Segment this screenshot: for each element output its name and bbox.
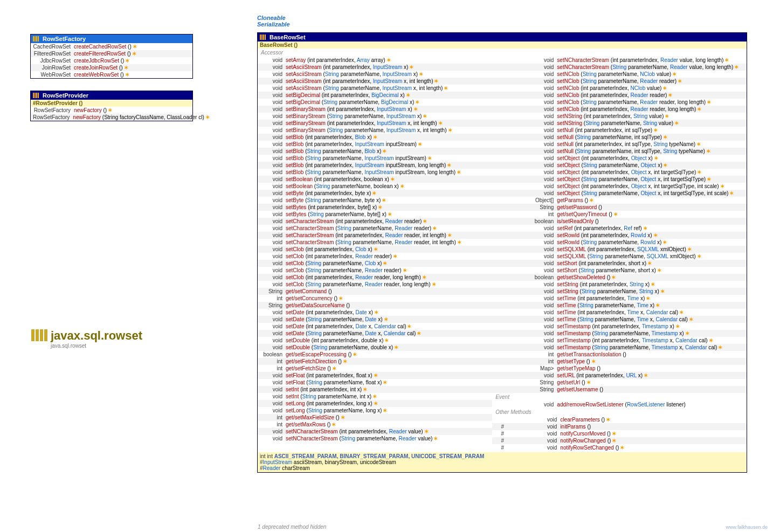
method-row[interactable]: voidsetInt (int parameterIndex, int x)✶ bbox=[258, 386, 492, 393]
method-row[interactable]: voidsetClob (String parameterName, Clob … bbox=[258, 260, 492, 267]
method-row[interactable]: voidsetByte (String parameterName, byte … bbox=[258, 197, 492, 204]
method-row[interactable]: voidsetByte (int parameterIndex, byte x)… bbox=[258, 190, 492, 197]
method-row[interactable]: voidsetObject (String parameterName, Obj… bbox=[492, 162, 747, 169]
method-row[interactable]: voidsetDate (String parameterName, Date … bbox=[258, 330, 492, 337]
method-row[interactable]: Stringget/setUsername () bbox=[492, 386, 747, 393]
method-row[interactable]: voidsetSQLXML (String parameterName, SQL… bbox=[492, 253, 747, 260]
method-row[interactable]: intget/setFetchDirection ()✶ bbox=[258, 358, 492, 365]
method-row[interactable]: voidsetClob (String parameterName, Reade… bbox=[258, 267, 492, 274]
method-row[interactable]: voidsetDate (String parameterName, Date … bbox=[258, 316, 492, 323]
method-row[interactable]: CachedRowSetcreateCachedRowSet ()✶ bbox=[31, 43, 192, 50]
method-row[interactable]: intget/setType ()✶ bbox=[492, 358, 747, 365]
method-row[interactable]: voidsetClob (int parameterIndex, Reader … bbox=[258, 253, 492, 260]
method-row[interactable]: voidsetFloat (String parameterName, floa… bbox=[258, 379, 492, 386]
method-row[interactable]: voidsetString (String parameterName, Str… bbox=[492, 288, 747, 295]
method-row[interactable]: voidsetClob (int parameterIndex, Clob x)… bbox=[258, 246, 492, 253]
method-row[interactable]: voidsetTimestamp (int parameterIndex, Ti… bbox=[492, 323, 747, 330]
method-row[interactable]: voidsetNClob (String parameterName, Read… bbox=[492, 78, 747, 85]
method-row[interactable]: voidsetBytes (int parameterIndex, byte[]… bbox=[258, 204, 492, 211]
method-row[interactable]: voidsetSQLXML (int parameterIndex, SQLXM… bbox=[492, 246, 747, 253]
method-row[interactable]: voidsetNClob (String parameterName, Read… bbox=[492, 99, 747, 106]
method-row[interactable]: voidsetObject (int parameterIndex, Objec… bbox=[492, 169, 747, 176]
method-row[interactable]: voidsetBinaryStream (String parameterNam… bbox=[258, 127, 492, 134]
method-row[interactable]: voidsetRowId (int parameterIndex, RowId … bbox=[492, 232, 747, 239]
method-row[interactable]: voidsetShort (String parameterName, shor… bbox=[492, 267, 747, 274]
method-row[interactable]: booleanget/setEscapeProcessing ()✶ bbox=[258, 351, 492, 358]
method-row[interactable]: voidsetTime (String parameterName, Time … bbox=[492, 302, 747, 309]
method-row[interactable]: Stringget/setUrl ()✶ bbox=[492, 379, 747, 386]
method-row[interactable]: voidsetBinaryStream (String parameterNam… bbox=[258, 113, 492, 120]
method-row[interactable]: voidsetNCharacterStream (int parameterIn… bbox=[258, 428, 492, 435]
method-row[interactable]: intget/setConcurrency ()✶ bbox=[258, 295, 492, 302]
method-row[interactable]: voidsetBlob (int parameterIndex, InputSt… bbox=[258, 141, 492, 148]
method-row[interactable]: voidsetArray (int parameterIndex, Array … bbox=[258, 57, 492, 64]
method-row[interactable]: voidsetTimestamp (String parameterName, … bbox=[492, 330, 747, 337]
method-row[interactable]: WebRowSetcreateWebRowSet ()✶ bbox=[31, 71, 192, 78]
method-row[interactable]: voidsetTimestamp (String parameterName, … bbox=[492, 344, 747, 351]
method-row[interactable]: voidsetCharacterStream (String parameter… bbox=[258, 225, 492, 232]
method-row[interactable]: voidsetBlob (String parameterName, Blob … bbox=[258, 148, 492, 155]
method-row[interactable]: Map>get/setTypeMap () bbox=[492, 365, 747, 372]
method-row[interactable]: booleanis/setReadOnly () bbox=[492, 218, 747, 225]
method-row[interactable]: voidsetRef (int parameterIndex, Ref ref)… bbox=[492, 225, 747, 232]
method-row[interactable]: voidadd/removeRowSetListener (RowSetList… bbox=[492, 401, 747, 408]
method-row[interactable]: voidsetClob (String parameterName, Reade… bbox=[258, 281, 492, 288]
method-row[interactable]: voidsetLong (int parameterIndex, long x)… bbox=[258, 400, 492, 407]
method-row[interactable]: intget/setMaxFieldSize ()✶ bbox=[258, 414, 492, 421]
method-row[interactable]: intget/setQueryTimeout ()✶ bbox=[492, 211, 747, 218]
method-row[interactable]: voidsetNClob (int parameterIndex, Reader… bbox=[492, 92, 747, 99]
method-row[interactable]: voidsetNCharacterStream (int parameterIn… bbox=[492, 57, 747, 64]
method-row[interactable]: voidsetNCharacterStream (String paramete… bbox=[258, 435, 492, 442]
method-row[interactable]: intget/setFetchSize ()✶ bbox=[258, 365, 492, 372]
method-row[interactable]: voidsetAsciiStream (String parameterName… bbox=[258, 71, 492, 78]
method-row[interactable]: #voidnotifyCursorMoved ()✶ bbox=[492, 430, 747, 437]
method-row[interactable]: voidsetBinaryStream (int parameterIndex,… bbox=[258, 106, 492, 113]
method-row[interactable]: voidsetInt (String parameterName, int x)… bbox=[258, 393, 492, 400]
method-row[interactable]: RowSetFactorynewFactory (String factoryC… bbox=[31, 114, 192, 121]
method-row[interactable]: Stringget/setCommand () bbox=[258, 288, 492, 295]
method-row[interactable]: voidsetNull (String parameterName, int s… bbox=[492, 148, 747, 155]
method-row[interactable]: voidsetBytes (String parameterName, byte… bbox=[258, 211, 492, 218]
method-row[interactable]: voidsetObject (int parameterIndex, Objec… bbox=[492, 183, 747, 190]
method-row[interactable]: voidsetTime (int parameterIndex, Time x)… bbox=[492, 295, 747, 302]
method-row[interactable]: RowSetFactorynewFactory ()✶ bbox=[31, 107, 192, 114]
method-row[interactable]: voidsetTimestamp (int parameterIndex, Ti… bbox=[492, 337, 747, 344]
method-row[interactable]: intget/setMaxRows ()✶ bbox=[258, 421, 492, 428]
method-row[interactable]: voidsetRowId (String parameterName, RowI… bbox=[492, 239, 747, 246]
interface-cloneable[interactable]: Cloneable bbox=[257, 15, 290, 21]
method-row[interactable]: voidclearParameters ()✶ bbox=[492, 416, 747, 423]
method-row[interactable]: voidsetBigDecimal (int parameterIndex, B… bbox=[258, 92, 492, 99]
method-row[interactable]: voidsetClob (int parameterIndex, Reader … bbox=[258, 274, 492, 281]
interface-serializable[interactable]: Serializable bbox=[257, 21, 290, 27]
method-row[interactable]: voidsetDouble (String parameterName, dou… bbox=[258, 344, 492, 351]
method-row[interactable]: voidsetNString (int parameterIndex, Stri… bbox=[492, 113, 747, 120]
method-row[interactable]: voidsetAsciiStream (int parameterIndex, … bbox=[258, 78, 492, 85]
method-row[interactable]: voidsetCharacterStream (int parameterInd… bbox=[258, 218, 492, 225]
method-row[interactable]: Object[]getParams ()✶ bbox=[492, 197, 747, 204]
method-row[interactable]: #voidnotifyRowSetChanged ()✶ bbox=[492, 444, 747, 451]
method-row[interactable]: voidsetDouble (int parameterIndex, doubl… bbox=[258, 337, 492, 344]
panel-rowsetfactory-header[interactable]: RowSetFactory bbox=[31, 34, 192, 43]
method-row[interactable]: voidsetURL (int parameterIndex, URL x)✶ bbox=[492, 372, 747, 379]
method-row[interactable]: voidsetBlob (String parameterName, Input… bbox=[258, 155, 492, 162]
method-row[interactable]: voidsetObject (String parameterName, Obj… bbox=[492, 190, 747, 197]
method-row[interactable]: voidsetNClob (int parameterIndex, Reader… bbox=[492, 106, 747, 113]
method-row[interactable]: voidsetNClob (String parameterName, NClo… bbox=[492, 71, 747, 78]
method-row[interactable]: voidsetCharacterStream (int parameterInd… bbox=[258, 232, 492, 239]
method-row[interactable]: JoinRowSetcreateJoinRowSet ()✶ bbox=[31, 64, 192, 71]
method-row[interactable]: voidsetBigDecimal (String parameterName,… bbox=[258, 99, 492, 106]
method-row[interactable]: Stringget/setDataSourceName () bbox=[258, 302, 492, 309]
site-credit[interactable]: www.falkhausen.de bbox=[726, 524, 768, 530]
method-row[interactable]: voidsetString (int parameterIndex, Strin… bbox=[492, 281, 747, 288]
method-row[interactable]: voidsetObject (String parameterName, Obj… bbox=[492, 176, 747, 183]
method-row[interactable]: voidsetBlob (int parameterIndex, Blob x)… bbox=[258, 134, 492, 141]
method-row[interactable]: voidsetNull (int parameterIndex, int sql… bbox=[492, 127, 747, 134]
method-row[interactable]: voidsetNString (String parameterName, St… bbox=[492, 120, 747, 127]
method-row[interactable]: booleanget/setShowDeleted ()✶ bbox=[492, 274, 747, 281]
method-row[interactable]: voidsetBinaryStream (int parameterIndex,… bbox=[258, 120, 492, 127]
method-row[interactable]: voidsetLong (String parameterName, long … bbox=[258, 407, 492, 414]
method-row[interactable]: #voidinitParams () bbox=[492, 423, 747, 430]
method-row[interactable]: voidsetBlob (String parameterName, Input… bbox=[258, 169, 492, 176]
panel-rowsetprovider-header[interactable]: RowSetProvider bbox=[31, 91, 192, 100]
method-row[interactable]: voidsetObject (int parameterIndex, Objec… bbox=[492, 155, 747, 162]
